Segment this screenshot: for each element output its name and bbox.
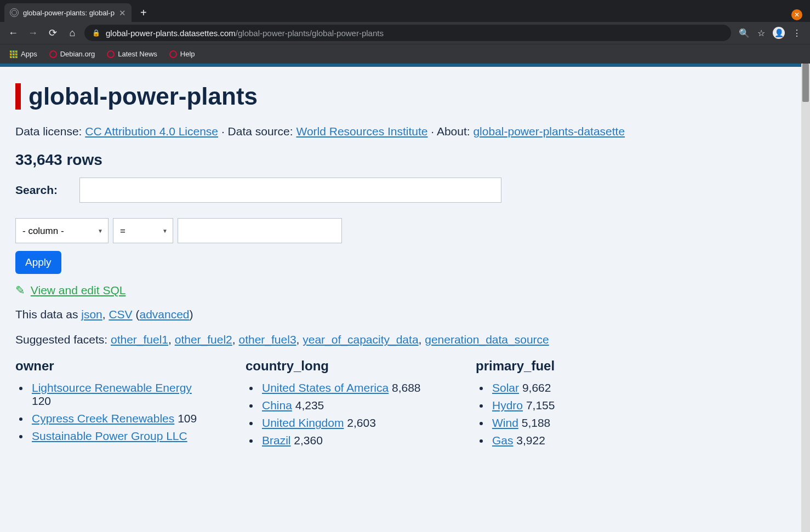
browser-tab[interactable]: global-power-plants: global-p ✕ xyxy=(4,3,132,22)
debian-icon xyxy=(107,50,115,58)
facet-value-link[interactable]: Hydro xyxy=(492,399,523,411)
facet-value-link[interactable]: Solar xyxy=(492,381,519,394)
scrollbar-thumb[interactable] xyxy=(802,64,809,102)
lock-icon: 🔒 xyxy=(92,29,100,37)
close-tab-icon[interactable]: ✕ xyxy=(119,9,126,17)
facet-value-link[interactable]: Brazil xyxy=(262,434,291,447)
filter-value-input[interactable] xyxy=(178,218,342,243)
facet-other-fuel1[interactable]: other_fuel1 xyxy=(111,333,168,346)
bookmark-debian[interactable]: Debian.org xyxy=(45,48,100,60)
vertical-scrollbar[interactable] xyxy=(801,64,810,532)
facet-owner: owner Lightsource Renewable Energy 120 C… xyxy=(15,358,213,451)
new-tab-button[interactable]: + xyxy=(136,5,151,20)
home-button[interactable]: ⌂ xyxy=(65,25,80,41)
list-item: Lightsource Renewable Energy 120 xyxy=(30,381,213,408)
apps-icon xyxy=(10,50,18,58)
list-item: Gas 3,922 xyxy=(490,434,629,447)
page-title: global-power-plants xyxy=(15,83,786,110)
url-host: global-power-plants.datasettes.com xyxy=(106,28,236,38)
browser-menu-icon[interactable]: ⋮ xyxy=(792,28,801,38)
list-item: Hydro 7,155 xyxy=(490,399,629,412)
facet-value-link[interactable]: Sustainable Power Group LLC xyxy=(32,430,187,442)
tab-title: global-power-plants: global-p xyxy=(23,9,115,17)
facet-country: country_long United States of America 8,… xyxy=(246,358,443,451)
reload-button[interactable]: ⟳ xyxy=(45,25,60,41)
bookmarks-bar: Apps Debian.org Latest News Help xyxy=(0,44,810,64)
debian-icon xyxy=(169,50,177,58)
data-as-line: This data as json, CSV (advanced) xyxy=(15,308,786,321)
list-item: Brazil 2,360 xyxy=(260,434,443,447)
facet-value-link[interactable]: United Kingdom xyxy=(262,416,344,429)
facet-primary-fuel: primary_fuel Solar 9,662 Hydro 7,155 Win… xyxy=(476,358,629,451)
facet-value-link[interactable]: Wind xyxy=(492,416,518,429)
list-item: Wind 5,188 xyxy=(490,416,629,430)
bookmark-help[interactable]: Help xyxy=(165,48,199,60)
advanced-link[interactable]: advanced xyxy=(139,308,189,321)
filter-column-select[interactable]: - column - xyxy=(15,218,109,243)
pencil-icon: ✎ xyxy=(15,284,25,296)
csv-link[interactable]: CSV xyxy=(109,308,132,321)
facet-value-link[interactable]: China xyxy=(262,399,292,411)
list-item: Cypress Creek Renewables 109 xyxy=(30,412,213,425)
forward-button[interactable]: → xyxy=(25,25,41,41)
facet-value-link[interactable]: Lightsource Renewable Energy xyxy=(32,381,192,394)
license-link[interactable]: CC Attribution 4.0 License xyxy=(85,125,218,138)
about-link[interactable]: global-power-plants-datasette xyxy=(473,125,625,138)
facet-value-link[interactable]: United States of America xyxy=(262,381,389,394)
meta-line: Data license: CC Attribution 4.0 License… xyxy=(15,125,786,138)
search-label: Search: xyxy=(15,184,58,197)
facet-owner-title: owner xyxy=(15,358,213,374)
facet-value-link[interactable]: Gas xyxy=(492,434,514,447)
facet-value-link[interactable]: Cypress Creek Renewables xyxy=(32,412,174,425)
list-item: Sustainable Power Group LLC xyxy=(30,430,213,443)
profile-icon[interactable]: 👤 xyxy=(773,27,785,39)
rows-heading: 33,643 rows xyxy=(15,151,786,169)
list-item: Solar 9,662 xyxy=(490,381,629,394)
bookmark-star-icon[interactable]: ☆ xyxy=(757,28,765,38)
facet-fuel-title: primary_fuel xyxy=(476,358,629,374)
apply-button[interactable]: Apply xyxy=(15,251,61,274)
filter-op-select[interactable]: = xyxy=(113,218,173,243)
json-link[interactable]: json xyxy=(81,308,102,321)
facet-year-capacity[interactable]: year_of_capacity_data xyxy=(303,333,418,346)
bookmark-apps[interactable]: Apps xyxy=(5,48,42,60)
suggested-facets: Suggested facets: other_fuel1, other_fue… xyxy=(15,333,786,346)
facet-generation-source[interactable]: generation_data_source xyxy=(425,333,549,346)
address-bar[interactable]: 🔒 global-power-plants.datasettes.com/glo… xyxy=(84,25,731,41)
debian-icon xyxy=(49,50,57,58)
back-button[interactable]: ← xyxy=(5,25,21,41)
window-close-icon[interactable]: ✕ xyxy=(791,9,802,20)
window-controls: ✕ xyxy=(791,9,806,20)
facet-other-fuel2[interactable]: other_fuel2 xyxy=(175,333,232,346)
view-edit-sql-link[interactable]: View and edit SQL xyxy=(31,284,126,296)
list-item: United Kingdom 2,603 xyxy=(260,416,443,430)
facet-other-fuel3[interactable]: other_fuel3 xyxy=(238,333,296,346)
zoom-icon[interactable]: 🔍 xyxy=(739,28,750,38)
tab-strip: global-power-plants: global-p ✕ + ✕ xyxy=(0,0,810,22)
globe-icon xyxy=(10,8,19,17)
search-input[interactable] xyxy=(79,178,501,203)
browser-toolbar: ← → ⟳ ⌂ 🔒 global-power-plants.datasettes… xyxy=(0,22,810,44)
list-item: China 4,235 xyxy=(260,399,443,412)
facet-country-title: country_long xyxy=(246,358,443,374)
bookmark-latest-news[interactable]: Latest News xyxy=(102,48,162,60)
list-item: United States of America 8,688 xyxy=(260,381,443,394)
source-link[interactable]: World Resources Institute xyxy=(296,125,427,138)
url-path: /global-power-plants/global-power-plants xyxy=(236,28,384,38)
